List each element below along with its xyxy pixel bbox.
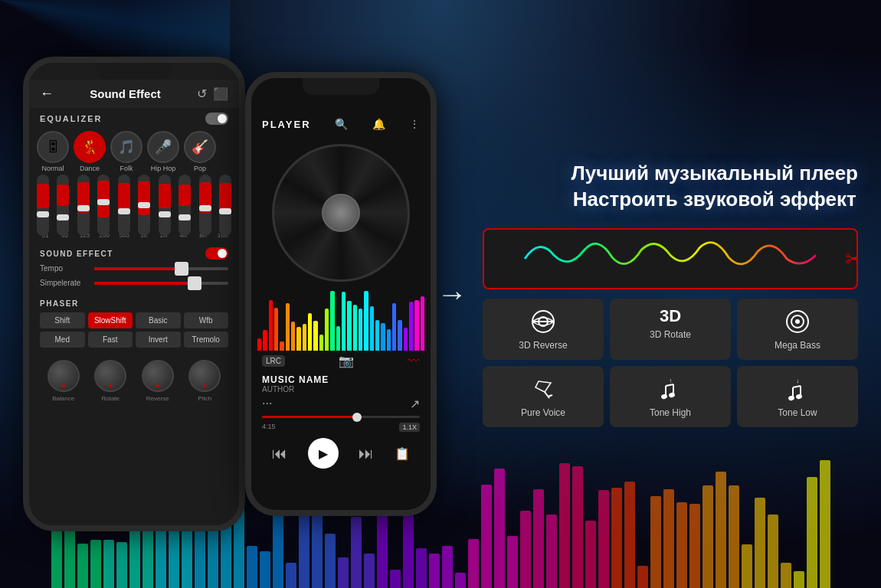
eq-thumb-16K[interactable] (219, 208, 231, 214)
balance-knob[interactable] (47, 360, 80, 392)
bell-icon[interactable]: 🔔 (372, 118, 385, 130)
photo-icon[interactable]: 📷 (339, 354, 354, 368)
phone-screen: ← Sound Effect ↺ ⬛ EQUALIZER 🎛 Normal (29, 63, 239, 525)
current-time: 4:15 (262, 423, 276, 432)
eq-fill-31 (37, 184, 49, 208)
simpelerate-label: Simpelerate (40, 279, 90, 287)
eq-thumb-31[interactable] (37, 211, 49, 217)
phaser-invert[interactable]: Invert (136, 332, 181, 348)
back-button[interactable]: ← (40, 86, 54, 102)
phaser-tremolo[interactable]: Tremolo (184, 332, 229, 348)
svg-text:↑: ↑ (669, 377, 672, 384)
tempo-thumb[interactable] (175, 262, 188, 276)
pure-voice-icon (529, 375, 557, 403)
simpelerate-thumb[interactable] (188, 276, 201, 290)
equalizer-toggle[interactable] (205, 113, 228, 125)
3d-text-icon: 3D (660, 308, 681, 325)
prev-btn[interactable]: ⏮ (272, 445, 287, 462)
effect-3d-reverse[interactable]: 3D Reverse (483, 299, 604, 360)
save-icon[interactable]: ⬛ (213, 87, 228, 101)
share-icon[interactable]: ↗ (410, 397, 420, 411)
preset-dance-icon: 💃 (74, 131, 106, 163)
svg-point-5 (795, 319, 800, 324)
se-title: SOUND EFFECT (40, 250, 113, 258)
eq-thumb-250[interactable] (97, 199, 110, 205)
simpelerate-slider[interactable] (94, 282, 228, 285)
search-icon[interactable]: 🔍 (335, 118, 348, 130)
promo-line1: Лучший музыкальный плеер (571, 161, 858, 187)
player-screen: PLAYER 🔍 🔔 ⋮ LRC 📷 〰 MUSIC NAME (251, 78, 431, 510)
phaser-basic[interactable]: Basic (136, 312, 181, 328)
refresh-icon[interactable]: ↺ (197, 87, 207, 101)
eq-thumb-125[interactable] (77, 205, 90, 211)
preset-pop[interactable]: 🎸 Pop (184, 131, 216, 172)
eq-slider-500[interactable] (118, 175, 130, 236)
eq-thumb-2K[interactable] (159, 211, 171, 217)
progress-bar[interactable] (262, 416, 420, 418)
eq-sliders-container (37, 178, 231, 232)
phaser-shift[interactable]: Shift (40, 312, 85, 328)
se-toggle[interactable] (205, 247, 228, 260)
phaser-fast[interactable]: Fast (88, 332, 133, 348)
eq-slider-4K[interactable] (178, 175, 191, 236)
progress-thumb[interactable] (352, 413, 362, 422)
preset-dance-label: Dance (80, 165, 100, 172)
playlist-btn[interactable]: 📋 (395, 446, 410, 461)
play-btn[interactable]: ▶ (308, 438, 339, 469)
eq-thumb-500[interactable] (118, 208, 130, 214)
effect-mega-bass[interactable]: Mega Bass (737, 299, 858, 360)
phaser-slowshift[interactable]: SlowShift (88, 312, 133, 328)
eq-thumb-1K[interactable] (138, 202, 150, 208)
eq-slider-31[interactable] (37, 175, 49, 236)
simpelerate-slider-row: Simpelerate (40, 279, 228, 287)
eq-slider-16K[interactable] (219, 175, 231, 236)
reverse-knob-item: Reverse (142, 360, 174, 402)
arrow-container: → (437, 277, 467, 312)
preset-folk-icon: 🎵 (110, 131, 142, 163)
time-row: 4:15 1.1X (251, 421, 431, 433)
next-btn[interactable]: ⏭ (359, 445, 374, 462)
eq-slider-1K[interactable] (138, 175, 150, 236)
speed-badge[interactable]: 1.1X (399, 423, 420, 432)
preset-normal[interactable]: 🎛 Normal (37, 131, 69, 172)
eq-slider-250[interactable] (97, 175, 110, 236)
vinyl-area (251, 136, 431, 289)
player-eq-bars (251, 289, 431, 351)
lrc-row: LRC 📷 〰 (251, 351, 431, 371)
eq-slider-62[interactable] (57, 175, 69, 236)
knobs-row: Balance Rotate Reverse Pitch (29, 354, 239, 408)
se-header: SOUND EFFECT (40, 247, 228, 260)
reverse-knob[interactable] (142, 360, 174, 392)
phaser-wfb[interactable]: Wfb (184, 312, 229, 328)
effect-pure-voice[interactable]: Pure Voice (483, 366, 604, 427)
eq-slider-2K[interactable] (159, 175, 171, 236)
eq-thumb-8K[interactable] (199, 205, 211, 211)
player-notch (303, 78, 379, 95)
lrc-icon[interactable]: LRC (262, 355, 285, 367)
promo-line2: Настроить звуковой эффект (571, 187, 858, 213)
more-icon[interactable]: ⋮ (409, 118, 420, 130)
eq-slider-8K[interactable] (199, 175, 211, 236)
eq-fill-16K (219, 183, 231, 211)
eq-thumb-62[interactable] (57, 214, 69, 220)
pitch-knob[interactable] (188, 360, 221, 392)
svg-point-10 (660, 394, 667, 400)
phaser-med[interactable]: Med (40, 332, 85, 348)
waveform-btn[interactable]: 〰 (408, 354, 420, 368)
eq-slider-125[interactable] (77, 175, 90, 236)
effect-tone-high[interactable]: ↑ Tone High (610, 366, 731, 427)
eq-fill-62 (57, 185, 69, 206)
player-title: PLAYER (262, 119, 311, 130)
eq-sliders-area: 31621252505001K2K4K8K16K (29, 175, 239, 244)
tempo-slider[interactable] (94, 267, 228, 270)
preset-dance[interactable]: 💃 Dance (74, 131, 106, 172)
rotate-label: Rotate (101, 395, 120, 402)
preset-folk[interactable]: 🎵 Folk (110, 131, 142, 172)
preset-hiphop[interactable]: 🎤 Hip Hop (147, 131, 179, 172)
effect-tone-low[interactable]: ↓ Tone Low (737, 366, 858, 427)
eq-thumb-4K[interactable] (178, 214, 191, 220)
music-name-text: MUSIC NAME (262, 374, 420, 385)
rotate-knob[interactable] (94, 360, 126, 392)
dots-btn[interactable]: ··· (262, 397, 272, 411)
effect-3d-rotate[interactable]: 3D 3D Rotate (610, 299, 731, 360)
